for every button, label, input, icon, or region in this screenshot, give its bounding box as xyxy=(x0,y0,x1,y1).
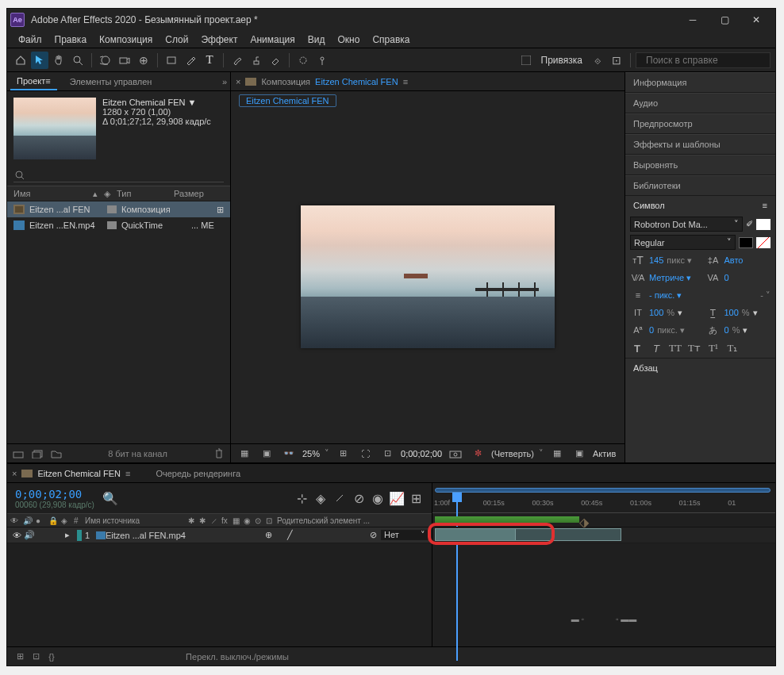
selection-tool-icon[interactable] xyxy=(31,52,48,69)
menu-file[interactable]: Файл xyxy=(12,34,48,45)
roto-brush-tool-icon[interactable] xyxy=(294,52,312,69)
graph-editor-icon[interactable]: 📈 xyxy=(389,491,405,505)
snap-checkbox[interactable] xyxy=(517,52,535,69)
3d-icon[interactable]: ▣ xyxy=(571,447,588,461)
shy-icon[interactable]: ⟋ xyxy=(332,491,348,505)
resolution-dropdown[interactable]: (Четверть) xyxy=(491,449,534,458)
pen-tool-icon[interactable] xyxy=(182,52,199,69)
timeline-layer-row[interactable]: 👁 🔊 ▸ 1 Eitzen ...al FEN.mp4 ⊕ ╱ ⊘ Нет˅ xyxy=(7,527,432,543)
roi-icon[interactable]: ⛶ xyxy=(356,447,374,461)
font-size-value[interactable]: 145 xyxy=(649,255,663,265)
minimize-button[interactable]: ─ xyxy=(677,11,709,29)
camera-tool-icon[interactable] xyxy=(116,52,133,69)
font-style-dropdown[interactable]: Regular˅ xyxy=(630,235,736,250)
trash-icon[interactable] xyxy=(211,447,227,461)
layer-twirl-icon[interactable]: ▸ xyxy=(61,530,74,540)
baseline-value[interactable]: 0 xyxy=(649,325,654,335)
flowchart-icon[interactable]: ⊞ xyxy=(217,205,224,215)
time-navigator[interactable] xyxy=(435,488,771,493)
kerning-value[interactable]: Метриче ▾ xyxy=(649,273,691,283)
new-folder-icon[interactable] xyxy=(48,447,64,461)
region-icon[interactable]: ▦ xyxy=(548,447,566,461)
stroke-width-value[interactable]: - пикс. ▾ xyxy=(649,290,682,301)
close-button[interactable]: ✕ xyxy=(740,11,772,29)
current-time[interactable]: 0;00;02;00 xyxy=(401,449,442,458)
vscale-value[interactable]: 100 xyxy=(649,308,663,317)
frame-blend-icon[interactable]: ⊘ xyxy=(351,491,367,505)
tsume-value[interactable]: 0 xyxy=(724,325,729,335)
menu-edit[interactable]: Правка xyxy=(48,34,94,45)
type-tool-icon[interactable]: T xyxy=(201,52,218,69)
hand-tool-icon[interactable] xyxy=(50,52,67,69)
new-comp-icon[interactable] xyxy=(29,447,45,461)
interpret-footage-icon[interactable] xyxy=(10,447,26,461)
menu-view[interactable]: Вид xyxy=(302,34,332,45)
allcaps-icon[interactable]: TT xyxy=(668,342,682,355)
pan-behind-tool-icon[interactable]: ⊕ xyxy=(135,52,152,69)
faux-bold-icon[interactable]: T xyxy=(630,342,644,355)
brush-tool-icon[interactable] xyxy=(229,52,246,69)
font-family-dropdown[interactable]: Robotron Dot Ma...˅ xyxy=(630,217,743,232)
time-ruler[interactable]: 1:00f 00:15s 00:30s 00:45s 01:00s 01:15s… xyxy=(432,499,775,513)
menu-effect[interactable]: Эффект xyxy=(194,34,244,45)
eraser-tool-icon[interactable] xyxy=(267,52,284,69)
audio-column-icon[interactable]: 🔊 xyxy=(23,516,36,525)
solo-column-icon[interactable]: ● xyxy=(36,516,48,525)
resolution-icon[interactable]: ⊞ xyxy=(334,447,352,461)
timeline-tab-renderqueue[interactable]: Очередь рендеринга xyxy=(156,469,240,478)
smallcaps-icon[interactable]: Tᴛ xyxy=(687,342,701,355)
mask-icon[interactable]: 👓 xyxy=(280,447,298,461)
toggle-transparency-icon[interactable]: ▣ xyxy=(258,447,275,461)
zoom-tool-icon[interactable] xyxy=(69,52,86,69)
orbit-tool-icon[interactable] xyxy=(97,52,114,69)
motion-blur-icon[interactable]: ◉ xyxy=(370,491,386,505)
panel-info[interactable]: Информация xyxy=(625,72,775,93)
timeline-search-icon[interactable]: 🔍 xyxy=(102,491,118,506)
panel-align[interactable]: Выровнять xyxy=(625,155,775,175)
tab-effect-controls[interactable]: Элементы управлен xyxy=(63,73,159,90)
menu-window[interactable]: Окно xyxy=(331,34,366,45)
toggle-inout-icon[interactable]: {} xyxy=(44,650,60,664)
panel-effects[interactable]: Эффекты и шаблоны xyxy=(625,134,775,155)
leading-value[interactable]: Авто xyxy=(724,255,744,265)
snap-option2-icon[interactable]: ⊡ xyxy=(608,52,625,69)
composition-viewer[interactable] xyxy=(231,110,625,443)
grid-icon[interactable]: ▦ xyxy=(236,447,253,461)
project-row-footage[interactable]: Eitzen ...EN.mp4 QuickTime ... ME xyxy=(7,217,230,233)
toggle-modes-icon[interactable]: ⊡ xyxy=(28,650,44,664)
maximize-button[interactable]: ▢ xyxy=(709,11,740,29)
asset-thumbnail[interactable] xyxy=(13,98,96,159)
camera-dropdown[interactable]: Актив xyxy=(593,449,616,458)
fill-color-swatch[interactable] xyxy=(756,219,771,230)
project-row-comp[interactable]: Eitzen ...al FEN Композиция ⊞ xyxy=(7,201,230,217)
clone-stamp-tool-icon[interactable] xyxy=(248,52,265,69)
tab-project[interactable]: Проект ≡ xyxy=(10,73,57,90)
snapshot-icon[interactable] xyxy=(447,447,464,461)
superscript-icon[interactable]: T¹ xyxy=(706,342,721,355)
color-mgmt-icon[interactable]: ✼ xyxy=(469,447,486,461)
comp-tab[interactable]: Eitzen Chemical FEN xyxy=(315,77,398,86)
faux-italic-icon[interactable]: T xyxy=(649,342,663,355)
panel-menu-icon[interactable]: » xyxy=(222,77,227,86)
subscript-icon[interactable]: T₁ xyxy=(725,342,740,355)
panel-paragraph[interactable]: Абзац xyxy=(625,358,775,377)
eye-column-icon[interactable]: 👁 xyxy=(10,516,23,525)
eye-toggle-icon[interactable]: 👁 xyxy=(10,531,23,540)
brain-icon[interactable]: ⊞ xyxy=(408,491,424,505)
comp-breadcrumb[interactable]: Eitzen Chemical FEN xyxy=(239,94,336,107)
menu-composition[interactable]: Композиция xyxy=(93,34,159,45)
work-area-bar[interactable] xyxy=(435,516,579,523)
panel-libraries[interactable]: Библиотеки xyxy=(625,175,775,196)
zoom-slider[interactable]: ◦ ▬▬ xyxy=(616,615,636,623)
menu-animation[interactable]: Анимация xyxy=(244,34,301,45)
timeline-tab-comp[interactable]: Eitzen Chemical FEN xyxy=(37,469,121,478)
toggle-switches-icon[interactable]: ⊞ xyxy=(12,650,28,664)
layer-color-swatch[interactable] xyxy=(77,530,82,541)
layer-clip-trimmed[interactable] xyxy=(435,528,516,541)
hscale-value[interactable]: 100 xyxy=(724,308,739,317)
eyedropper-icon[interactable]: ✐ xyxy=(746,219,753,229)
help-search-input[interactable] xyxy=(636,52,771,68)
menu-layer[interactable]: Слой xyxy=(159,34,194,45)
zoom-value[interactable]: 25% xyxy=(302,449,320,458)
home-icon[interactable] xyxy=(12,52,29,69)
